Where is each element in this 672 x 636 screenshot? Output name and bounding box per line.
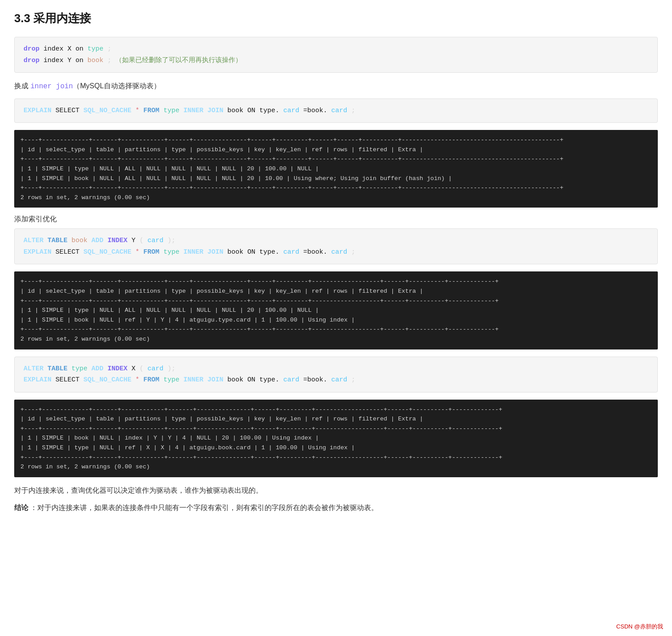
terminal-1-summary: 2 rows in set, 2 warnings (0.00 sec): [20, 193, 652, 203]
text-a1: Y: [131, 237, 139, 244]
text-e4: book ON type.: [227, 107, 279, 114]
kw-explain-1: EXPLAIN: [24, 107, 51, 114]
paren-a1: (: [139, 237, 143, 244]
kw-table-2: TABLE: [47, 365, 67, 373]
kw-add-1: ADD: [91, 237, 103, 244]
semi-2: ;: [107, 57, 111, 64]
kw-alter-1: ALTER: [24, 237, 43, 244]
kw-inner-3: INNER: [183, 376, 203, 384]
terminal-3-summary: 2 rows in set, 2 warnings (0.00 sec): [20, 462, 652, 472]
kw-card-2: card: [331, 107, 347, 114]
kw-explain-2: EXPLAIN: [24, 248, 51, 256]
kw-card-a2: card: [283, 248, 299, 256]
terminal-2-header: +----+-------------+-------+------------…: [20, 277, 652, 287]
terminal-3-cols: | id | select_type | table | partitions …: [20, 414, 652, 424]
terminal-2-sep: +----+-------------+-------+------------…: [20, 296, 652, 306]
terminal-1-row-2: | 1 | SIMPLE | book | NULL | ALL | NULL …: [20, 174, 652, 184]
kw-inner-2: INNER: [183, 248, 203, 256]
kw-index-2: INDEX: [107, 365, 127, 373]
star-2: *: [135, 248, 143, 256]
kw-explain-3: EXPLAIN: [24, 376, 51, 384]
terminal-3: +----+-------------+-------+------------…: [14, 400, 658, 477]
conclusion-2-text: ：对于内连接来讲，如果表的连接条件中只能有一个字段有索引，则有索引的字段所在的表…: [30, 504, 378, 511]
terminal-2-row-2: | 1 | SIMPLE | book | NULL | ref | Y | Y…: [20, 315, 652, 325]
paren-a2: );: [167, 237, 175, 244]
paren-b2: );: [167, 365, 175, 373]
code-line-alter-1: ALTER TABLE book ADD INDEX Y ( card );: [24, 235, 648, 247]
kw-drop-2: drop: [24, 57, 40, 64]
code-line-explain-1: EXPLAIN SELECT SQL_NO_CACHE * FROM type …: [24, 105, 648, 117]
kw-sqlnc-2: SQL_NO_CACHE: [83, 248, 131, 256]
kw-sqlnc-1: SQL_NO_CACHE: [83, 107, 131, 114]
conclusion-1: 对于内连接来说，查询优化器可以决定谁作为驱动表，谁作为被驱动表出现的。: [14, 484, 658, 497]
terminal-1: +----+-------------+-------+------------…: [14, 130, 658, 208]
semi-e1: ;: [351, 107, 355, 114]
kw-type-1: type: [87, 45, 103, 53]
kw-type-e1: type: [163, 107, 179, 114]
code-block-drop-index: drop index X on type ; drop index Y on b…: [14, 37, 658, 73]
star-1: *: [135, 107, 143, 114]
kw-type-b1: type: [71, 365, 87, 373]
kw-join-1: JOIN: [207, 107, 223, 114]
text-e1: SELECT: [55, 107, 83, 114]
kw-inner-1: INNER: [183, 107, 203, 114]
kw-drop-1: drop: [24, 45, 40, 53]
text-b5: book ON type.: [227, 376, 279, 384]
text-b2: SELECT: [55, 376, 83, 384]
conclusion-2-label: 结论: [14, 504, 28, 511]
terminal-1-cols: | id | select_type | table | partitions …: [20, 145, 652, 155]
code-line-1: drop index X on type ;: [24, 43, 648, 55]
terminal-1-header: +----+-------------+-------+------------…: [20, 135, 652, 145]
kw-type-b2: type: [163, 376, 179, 384]
kw-from-1: FROM: [143, 107, 159, 114]
terminal-2-footer: +----+-------------+-------+------------…: [20, 325, 652, 334]
kw-card-b1: card: [147, 365, 163, 373]
text-a6: =book.: [303, 248, 327, 256]
conclusion-2: 结论 ：对于内连接来讲，如果表的连接条件中只能有一个字段有索引，则有索引的字段所…: [14, 502, 658, 514]
kw-book-1: book: [87, 57, 103, 64]
kw-from-3: FROM: [143, 376, 159, 384]
kw-card-b3: card: [331, 376, 347, 384]
kw-join-2: JOIN: [207, 248, 223, 256]
terminal-3-row-1: | 1 | SIMPLE | book | NULL | index | Y |…: [20, 433, 652, 443]
terminal-1-row-1: | 1 | SIMPLE | type | NULL | ALL | NULL …: [20, 164, 652, 174]
text-e5: =book.: [303, 107, 327, 114]
code-line-2: drop index Y on book ; （如果已经删除了可以不用再执行该操…: [24, 55, 648, 67]
section-label-add-index: 添加索引优化: [14, 215, 658, 224]
terminal-3-row-2: | 1 | SIMPLE | type | NULL | ref | X | X…: [20, 443, 652, 453]
terminal-2-summary: 2 rows in set, 2 warnings (0.00 sec): [20, 334, 652, 344]
kw-join-3: JOIN: [207, 376, 223, 384]
terminal-3-footer: +----+-------------+-------+------------…: [20, 453, 652, 463]
text-a2: SELECT: [55, 248, 83, 256]
page-title: 3.3 采用内连接: [14, 11, 658, 26]
text-1: index X on: [43, 45, 87, 53]
comment-1: （如果已经删除了可以不用再执行该操作）: [115, 57, 242, 64]
kw-index-1: INDEX: [107, 237, 127, 244]
code-block-explain-1: EXPLAIN SELECT SQL_NO_CACHE * FROM type …: [14, 98, 658, 123]
terminal-3-header: +----+-------------+-------+------------…: [20, 405, 652, 415]
semi-1: ;: [107, 45, 111, 53]
kw-type-a1: type: [163, 248, 179, 256]
terminal-1-sep: +----+-------------+-------+------------…: [20, 154, 652, 164]
terminal-2-cols: | id | select_type | table | partitions …: [20, 287, 652, 296]
kw-card-1: card: [283, 107, 299, 114]
code-line-explain-3: EXPLAIN SELECT SQL_NO_CACHE * FROM type …: [24, 374, 648, 386]
kw-book-a1: book: [71, 237, 87, 244]
terminal-3-sep: +----+-------------+-------+------------…: [20, 424, 652, 434]
kw-card-a1: card: [147, 237, 163, 244]
code-block-alter-type: ALTER TABLE type ADD INDEX X ( card ); E…: [14, 357, 658, 393]
kw-add-2: ADD: [91, 365, 103, 373]
code-line-alter-2: ALTER TABLE type ADD INDEX X ( card );: [24, 363, 648, 375]
text-a5: book ON type.: [227, 248, 279, 256]
keyword-inner-join: inner join: [30, 82, 73, 90]
terminal-2-row-1: | 1 | SIMPLE | type | NULL | ALL | NULL …: [20, 306, 652, 315]
paren-b1: (: [139, 365, 143, 373]
kw-alter-2: ALTER: [24, 365, 43, 373]
kw-card-b2: card: [283, 376, 299, 384]
kw-sqlnc-3: SQL_NO_CACHE: [83, 376, 131, 384]
kw-card-a3: card: [331, 248, 347, 256]
terminal-1-footer: +----+-------------+-------+------------…: [20, 183, 652, 193]
text-b6: =book.: [303, 376, 327, 384]
text-b1: X: [131, 365, 139, 373]
star-3: *: [135, 376, 143, 384]
